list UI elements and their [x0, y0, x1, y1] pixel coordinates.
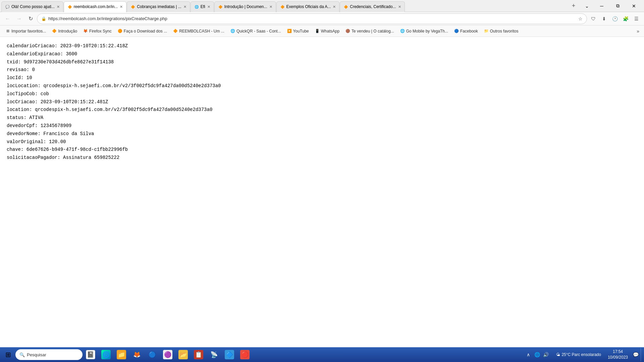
content-line: location: qrcodespix-h.sejaefi.com.br/v2… — [7, 106, 637, 114]
taskbar-pin-notebook[interactable]: 📓 — [83, 348, 98, 361]
taskbar-pin-chrome[interactable]: 🔵 — [145, 348, 160, 361]
forward-button[interactable]: → — [14, 14, 24, 24]
bookmark-icon: 🟠 — [118, 29, 122, 34]
show-desktop-button[interactable] — [641, 348, 643, 361]
bookmark-label: Introdução — [58, 29, 77, 34]
content-line: devedorNome: Francisco da Silva — [7, 130, 637, 138]
tab-close-button[interactable]: ✕ — [57, 5, 60, 9]
tab-title: reembolcash.com.br/in... — [74, 4, 118, 9]
browser-tab-tab4[interactable]: 🌐 Efi ✕ — [191, 1, 214, 12]
taskbar-pin-firefox[interactable]: 🦊 — [129, 348, 144, 361]
bookmark-label: Outros favoritos — [490, 29, 519, 34]
tray-expand[interactable]: ∧ — [525, 351, 532, 358]
tab-close-button[interactable]: ✕ — [269, 5, 272, 9]
bookmark-item[interactable]: 🔶 REEMBOLCASH - Um ... — [170, 27, 227, 36]
tab-close-button[interactable]: ✕ — [398, 5, 401, 9]
bookmark-icon: 📁 — [484, 29, 489, 34]
search-icon: 🔍 — [19, 352, 25, 357]
extensions-icon[interactable]: 🧩 — [621, 14, 631, 24]
window-controls: ─ ⧉ ✕ — [594, 1, 643, 11]
bookmark-item[interactable]: ⊞ Importar favoritos... — [3, 27, 49, 36]
bookmark-item[interactable]: 🟠 Faça o Download dos ... — [115, 27, 170, 36]
taskbar-pin-edge[interactable]: 🌀 — [99, 348, 113, 361]
tab-favicon: 💬 — [5, 4, 10, 9]
restore-button[interactable]: ⧉ — [610, 1, 625, 11]
bookmark-icon: 🌐 — [230, 29, 235, 34]
taskbar-pin-app6[interactable]: 📋 — [191, 348, 206, 361]
address-bar[interactable]: 🔒 ☆ — [37, 13, 587, 24]
tray-volume[interactable]: 🔊 — [542, 351, 549, 358]
bookmarks-overflow-button[interactable]: » — [635, 28, 641, 35]
tab-title: Cobranças imediatas | ... — [137, 4, 181, 9]
tab-close-button[interactable]: ✕ — [120, 5, 123, 9]
close-button[interactable]: ✕ — [627, 1, 641, 11]
weather-text: 25°C Parc ensolarado — [561, 352, 601, 357]
taskbar-pin-filezilla[interactable]: 📡 — [207, 348, 221, 361]
taskbar-search[interactable]: 🔍 Pesquisar — [15, 349, 83, 360]
address-input[interactable] — [48, 16, 576, 21]
taskbar-pin-app5[interactable]: 🟣 — [160, 348, 175, 361]
tab-title: Exemplos Oficiais da A... — [286, 4, 331, 9]
bookmark-item[interactable]: 🔶 Introdução — [49, 27, 80, 36]
tab-favicon: 🔶 — [218, 4, 223, 9]
content-line: devedorCpf: 12345678909 — [7, 122, 637, 130]
taskbar-pin-app7[interactable]: 🔷 — [222, 348, 237, 361]
bookmark-item[interactable]: 🌐 QuickQR - Saas - Cont... — [228, 27, 284, 36]
bookmark-icon: 🔵 — [454, 29, 459, 34]
download-icon[interactable]: ⬇ — [599, 14, 609, 24]
start-button[interactable]: ⊞ — [1, 348, 15, 361]
tab-title: Introdução | Documen... — [224, 4, 267, 9]
tab-favicon: 🔶 — [280, 4, 285, 9]
system-clock[interactable]: 17:54 10/09/2023 — [605, 349, 631, 360]
star-icon[interactable]: ☆ — [578, 16, 583, 21]
bookmark-icon: 🟤 — [345, 29, 350, 34]
reload-button[interactable]: ↻ — [25, 14, 36, 24]
taskbar-pin-folder[interactable]: 📂 — [176, 348, 191, 361]
bookmark-item[interactable]: ▶️ YouTube — [284, 27, 312, 36]
notification-button[interactable]: 💬 — [632, 351, 639, 358]
taskbar-right: ∧ 🌐 🔊 🌤 25°C Parc ensolarado 17:54 10/09… — [522, 348, 643, 361]
taskbar-pin-app8[interactable]: 🔴 — [237, 348, 252, 361]
tab-close-button[interactable]: ✕ — [183, 5, 186, 9]
bookmark-label: Te vendeu | O catálog... — [352, 29, 394, 34]
weather-widget[interactable]: 🌤 25°C Parc ensolarado — [553, 352, 604, 357]
content-line: txid: 9d97230e703d426dbfe8627e31f14138 — [7, 58, 637, 66]
content-line: locLocation: qrcodespix-h.sejaefi.com.br… — [7, 82, 637, 90]
tab-close-button[interactable]: ✕ — [333, 5, 336, 9]
browser-tab-tab6[interactable]: 🔶 Exemplos Oficiais da A... ✕ — [276, 1, 340, 12]
tab-dropdown-button[interactable]: ⌄ — [580, 1, 594, 11]
bookmark-item[interactable]: 🟤 Te vendeu | O catálog... — [343, 27, 397, 36]
bookmark-item[interactable]: 🔵 Facebook — [451, 27, 481, 36]
new-tab-button[interactable]: + — [569, 1, 578, 11]
clock-time: 17:54 — [608, 349, 628, 355]
bookmark-item[interactable]: 📁 Outros favoritos — [481, 27, 521, 36]
bookmark-item[interactable]: 🦊 Firefox Sync — [80, 27, 114, 36]
shield-icon[interactable]: 🛡 — [588, 14, 598, 24]
minimize-button[interactable]: ─ — [594, 1, 609, 11]
tab-title: Credenciais, Certificado... — [350, 4, 396, 9]
tab-close-button[interactable]: ✕ — [207, 5, 210, 9]
bookmark-icon: 🌐 — [400, 29, 405, 34]
browser-tab-tab1[interactable]: 💬 Olá! Como posso ajud... ✕ — [1, 1, 63, 12]
bookmark-item[interactable]: 📱 WhatsApp — [312, 27, 342, 36]
search-placeholder: Pesquisar — [27, 352, 46, 357]
back-button[interactable]: ← — [3, 14, 13, 24]
taskbar-pin-files[interactable]: 📁 — [114, 348, 129, 361]
browser-tab-tab7[interactable]: 🔶 Credenciais, Certificado... ✕ — [340, 1, 405, 12]
browser-tab-tab3[interactable]: 🔶 Cobranças imediatas | ... ✕ — [127, 1, 190, 12]
bookmarks-bar: ⊞ Importar favoritos... 🔶 Introdução 🦊 F… — [0, 25, 644, 37]
tray-network[interactable]: 🌐 — [533, 351, 541, 358]
history-icon[interactable]: 🕐 — [610, 14, 620, 24]
clock-date: 10/09/2023 — [608, 355, 628, 360]
tab-favicon: 🔶 — [130, 4, 135, 9]
browser-tab-tab5[interactable]: 🔶 Introdução | Documen... ✕ — [214, 1, 276, 12]
content-line: locId: 10 — [7, 74, 637, 82]
bookmark-icon: 🦊 — [83, 29, 88, 34]
content-line: locCriacao: 2023-09-10T20:15:22.481Z — [7, 98, 637, 106]
bookmark-icon: 🔶 — [52, 29, 57, 34]
content-line: status: ATIVA — [7, 114, 637, 122]
bookmark-item[interactable]: 🌐 Go Mobile by VegaTh... — [397, 27, 451, 36]
bookmark-label: WhatsApp — [321, 29, 339, 34]
menu-icon[interactable]: ☰ — [631, 14, 641, 24]
browser-tab-tab2[interactable]: 🔶 reembolcash.com.br/in... ✕ — [64, 1, 126, 12]
